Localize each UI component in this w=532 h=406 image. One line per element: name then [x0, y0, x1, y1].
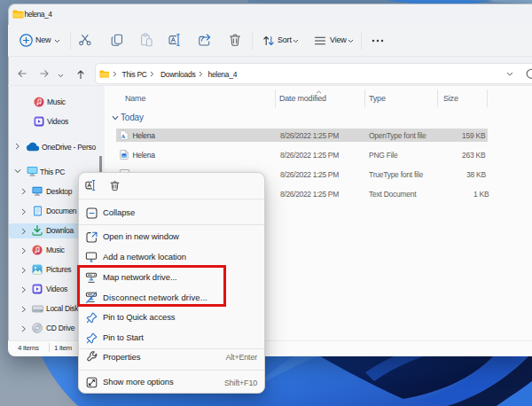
svg-text:A: A	[121, 133, 125, 139]
